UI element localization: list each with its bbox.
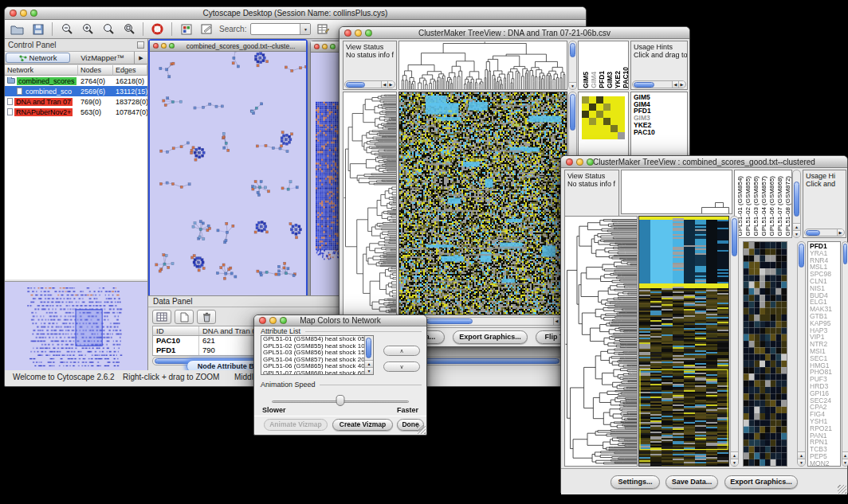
scroll-thumb[interactable] bbox=[426, 318, 473, 324]
heatmap-vscrollbar[interactable]: ▲ ▼ bbox=[730, 216, 739, 467]
scroll-thumb[interactable] bbox=[806, 230, 820, 236]
column-label[interactable]: GPL51-04 (GSM857) bbox=[760, 176, 768, 236]
zoom-icon[interactable] bbox=[365, 29, 372, 37]
network-row[interactable]: RNAPuberNov2+563(0)107847(0) bbox=[5, 107, 147, 117]
column-label[interactable]: GPL51-03 (GSM856) bbox=[752, 176, 760, 236]
zoom-icon[interactable] bbox=[280, 317, 287, 324]
open-session-button[interactable] bbox=[9, 21, 26, 37]
scroll-left-icon[interactable]: ◀ bbox=[672, 81, 678, 88]
cytoscape-titlebar[interactable]: Cytoscape Desktop (Session Name: collins… bbox=[5, 7, 586, 20]
zoom-selected-icon[interactable] bbox=[120, 21, 137, 37]
column-label[interactable]: GIM3 bbox=[607, 72, 614, 88]
zoom-fit-icon[interactable] bbox=[100, 21, 116, 37]
treeview-dna-titlebar[interactable]: ClusterMaker TreeView : DNA and Tran 07-… bbox=[340, 27, 689, 39]
scroll-up-icon[interactable]: ▲ bbox=[842, 451, 848, 459]
col-header-edges[interactable]: Edges bbox=[113, 65, 147, 76]
network-view-titlebar[interactable]: combined_scores_good.txt--cluste... bbox=[150, 41, 306, 52]
attribute-list-vscrollbar[interactable]: ▲ ▼ bbox=[364, 336, 373, 374]
settings-button[interactable]: Settings... bbox=[610, 475, 660, 489]
network-view-canvas[interactable] bbox=[150, 52, 306, 300]
scroll-down-icon[interactable]: ▼ bbox=[793, 230, 800, 237]
zoom-heatmap-canvas[interactable] bbox=[744, 242, 787, 466]
move-up-button[interactable]: ∧ bbox=[383, 346, 420, 356]
select-attributes-button[interactable] bbox=[152, 310, 171, 324]
network-list-header[interactable]: Network Nodes Edges bbox=[5, 65, 147, 76]
help-icon[interactable] bbox=[149, 21, 166, 37]
close-icon[interactable] bbox=[314, 44, 320, 49]
zoom-icon[interactable] bbox=[169, 43, 175, 49]
scroll-thumb[interactable] bbox=[634, 82, 654, 88]
close-icon[interactable] bbox=[344, 29, 351, 37]
attribute-list[interactable]: GPL51-01 (GSM854) heat shock 05 minGPL51… bbox=[263, 336, 364, 374]
column-labels-vscrollbar[interactable]: ▲ ▼ bbox=[792, 170, 801, 238]
scroll-right-icon[interactable]: ▶ bbox=[837, 229, 843, 236]
resize-grip[interactable] bbox=[838, 485, 846, 494]
attribute-item[interactable]: GPL51-07 (GSM868) heat shock 60 min bbox=[263, 370, 364, 374]
export-graphics-button[interactable]: Export Graphics... bbox=[724, 475, 798, 489]
zoom-icon[interactable] bbox=[587, 158, 594, 166]
col-header-network[interactable]: Network bbox=[5, 65, 78, 76]
move-down-button[interactable]: ∨ bbox=[383, 361, 420, 372]
scroll-thumb[interactable] bbox=[732, 218, 737, 256]
minimize-icon[interactable] bbox=[269, 317, 277, 324]
scroll-thumb[interactable] bbox=[794, 182, 799, 217]
create-vizmap-button[interactable]: Create Vizmap bbox=[332, 419, 393, 431]
search-input[interactable]: ▼ bbox=[250, 23, 311, 35]
scroll-left-icon[interactable]: ◀ bbox=[381, 81, 387, 88]
animate-vizmap-button[interactable]: Animate Vizmap bbox=[264, 419, 328, 431]
close-icon[interactable] bbox=[10, 10, 17, 17]
col-header-id[interactable]: ID bbox=[153, 326, 199, 335]
tab-overflow-icon[interactable]: ▶ bbox=[135, 52, 147, 64]
vizmapper-icon[interactable] bbox=[178, 21, 194, 37]
dialog-titlebar[interactable]: Map Colors to Network bbox=[254, 315, 426, 326]
gene-label[interactable]: PAC10 bbox=[634, 129, 687, 136]
minimize-icon[interactable] bbox=[20, 10, 27, 17]
scroll-down-icon[interactable]: ▼ bbox=[365, 367, 373, 374]
network-row[interactable]: combined_scores2764(0)16218(0) bbox=[5, 76, 147, 86]
zoom-icon[interactable] bbox=[30, 10, 37, 17]
heatmap-canvas[interactable] bbox=[399, 92, 567, 315]
close-icon[interactable] bbox=[259, 317, 266, 324]
search-value[interactable] bbox=[251, 24, 300, 34]
heatmap-canvas[interactable] bbox=[639, 217, 728, 466]
column-label[interactable]: GIM4 bbox=[591, 72, 598, 88]
minimize-icon[interactable] bbox=[322, 44, 328, 49]
global-matrix[interactable] bbox=[582, 96, 625, 139]
gene-label-list[interactable]: PFD1YRA1RNR4MSL1SPC98CLN1NIS1BUD4ELG1MAK… bbox=[807, 241, 841, 467]
search-dropdown-icon[interactable]: ▼ bbox=[300, 24, 310, 34]
column-label[interactable]: PAC10 bbox=[622, 67, 629, 88]
scroll-left-icon[interactable]: ◀ bbox=[553, 318, 559, 325]
scroll-down-icon[interactable]: ▼ bbox=[798, 459, 805, 466]
table-edit-icon[interactable] bbox=[315, 21, 332, 37]
minimize-icon[interactable] bbox=[161, 43, 167, 49]
scroll-right-icon[interactable]: ▶ bbox=[387, 81, 394, 88]
close-icon[interactable] bbox=[153, 43, 159, 49]
scroll-thumb[interactable] bbox=[799, 244, 804, 268]
scroll-thumb[interactable] bbox=[346, 82, 365, 88]
view-status-scrollbar[interactable]: ◀ ▶ bbox=[344, 80, 395, 88]
zoom-out-icon[interactable] bbox=[58, 21, 75, 37]
zoom-vscrollbar[interactable]: ▲ ▼ bbox=[797, 241, 806, 467]
column-label[interactable]: GPL51-06 (GSM865) bbox=[768, 176, 775, 236]
tab-network[interactable]: Network bbox=[6, 53, 70, 63]
new-attribute-button[interactable] bbox=[175, 310, 194, 324]
scroll-up-icon[interactable]: ▲ bbox=[731, 451, 738, 459]
column-label[interactable]: GPL51-07 (GSM868) bbox=[776, 176, 783, 236]
minimize-icon[interactable] bbox=[576, 158, 583, 166]
scroll-thumb[interactable] bbox=[570, 94, 575, 131]
column-label[interactable]: GPL51-02 (GSM855) bbox=[744, 176, 752, 236]
scroll-down-icon[interactable]: ▼ bbox=[569, 82, 576, 89]
column-label[interactable]: PFD1 bbox=[599, 71, 606, 88]
scroll-thumb[interactable] bbox=[366, 338, 371, 358]
close-icon[interactable] bbox=[566, 158, 573, 166]
gene-list-vscrollbar[interactable]: ▲ ▼ bbox=[842, 241, 848, 467]
matrix-column-labels[interactable]: GIM5GIM4PFD1GIM3YKE2PAC10 bbox=[578, 41, 629, 90]
zoom-icon[interactable] bbox=[330, 44, 336, 49]
column-label[interactable]: GPL51-08 (GSM872) bbox=[784, 176, 791, 236]
row-dendrogram-canvas[interactable] bbox=[565, 217, 637, 466]
scroll-thumb[interactable] bbox=[843, 244, 847, 264]
save-session-button[interactable] bbox=[29, 21, 46, 37]
save-data-button[interactable]: Save Data... bbox=[665, 475, 718, 489]
column-label[interactable]: GIM5 bbox=[583, 72, 590, 88]
network-row[interactable]: combined_sco2569(6)13112(15) bbox=[5, 86, 147, 96]
